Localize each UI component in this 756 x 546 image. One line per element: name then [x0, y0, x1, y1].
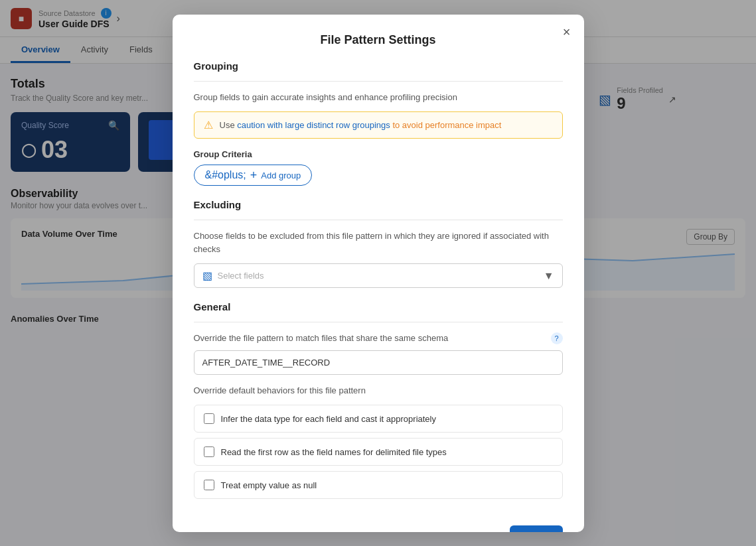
select-fields-placeholder: Select fields: [218, 271, 264, 281]
general-heading: General: [194, 301, 563, 312]
grouping-divider: [194, 81, 563, 82]
group-criteria-label: Group Criteria: [194, 149, 563, 159]
modal: × File Pattern Settings Grouping Group f…: [173, 15, 584, 532]
override-schema-input[interactable]: [194, 350, 563, 375]
warning-banner: ⚠ Use caution with large distinct row gr…: [194, 111, 563, 139]
general-divider: [194, 322, 563, 322]
checkbox-infer-type[interactable]: [204, 413, 214, 424]
override-default-label: Override default behaviors for this file…: [194, 384, 563, 397]
warning-icon: ⚠: [204, 119, 213, 131]
checkbox-first-row-label: Read the first row as the field names fo…: [221, 447, 447, 457]
checkbox-row-0: Infer the data type for each field and c…: [194, 405, 563, 433]
checkboxes-group: Infer the data type for each field and c…: [194, 405, 563, 504]
add-group-plus-icon: &#oplus;: [205, 169, 246, 181]
modal-footer: Cancel Save: [194, 517, 563, 532]
excluding-heading: Excluding: [194, 199, 563, 210]
checkbox-first-row[interactable]: [204, 446, 214, 457]
modal-title: File Pattern Settings: [194, 33, 563, 47]
select-fields-dropdown[interactable]: ▧ Select fields ▼: [194, 263, 563, 288]
warning-text: Use caution with large distinct row grou…: [220, 120, 502, 130]
override-label-row: Override the file pattern to match files…: [194, 332, 563, 345]
modal-overlay: × File Pattern Settings Grouping Group f…: [0, 0, 756, 546]
override-help-icon[interactable]: ?: [551, 332, 563, 344]
excluding-divider: [194, 220, 563, 220]
grouping-desc: Group fields to gain accurate insights a…: [194, 91, 563, 104]
excluding-desc: Choose fields to be excluded from this f…: [194, 230, 563, 255]
override-schema-label: Override the file pattern to match files…: [194, 332, 449, 345]
select-chevron-icon: ▼: [544, 270, 554, 282]
checkbox-row-1: Read the first row as the field names fo…: [194, 438, 563, 466]
save-button[interactable]: Save: [510, 525, 563, 532]
grouping-heading: Grouping: [194, 60, 563, 72]
warning-link: to avoid performance impact: [392, 120, 501, 130]
add-group-button[interactable]: &#oplus; + Add group: [194, 165, 313, 186]
cancel-button[interactable]: Cancel: [451, 525, 502, 532]
modal-close-button[interactable]: ×: [563, 25, 571, 38]
checkbox-infer-type-label: Infer the data type for each field and c…: [221, 414, 436, 424]
select-fields-icon: ▧: [202, 269, 212, 282]
warning-highlight: caution with large distinct row grouping…: [237, 120, 390, 130]
checkbox-empty-null[interactable]: [204, 480, 214, 490]
checkbox-empty-null-label: Treat empty value as null: [221, 480, 317, 490]
checkbox-row-2: Treat empty value as null: [194, 471, 563, 499]
